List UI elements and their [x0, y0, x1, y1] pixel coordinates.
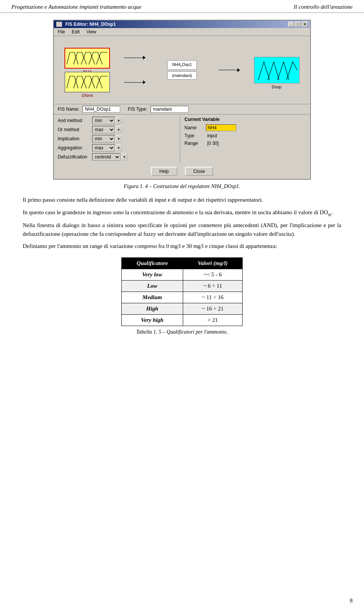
fis-type-label: FIS Type: [128, 107, 147, 112]
page-content: FIS Editor: NH4_DOsp1 _ □ ✕ File Edit Vi… [0, 13, 364, 343]
menu-edit[interactable]: Edit [70, 29, 81, 35]
fis-system-type: (mamdani) [167, 71, 197, 80]
implication-select-group: min ▼ [92, 135, 122, 143]
qualificatori-table: Qualificatore Valori (mg/l) Very low~< 5… [121, 257, 243, 326]
current-name-row: Name NH4 [185, 124, 307, 131]
aggregation-row: Aggregation max ▼ [58, 144, 180, 152]
page-header: Progettazione e Automazione impianti tra… [0, 0, 364, 13]
table-header-qualificatore: Qualificatore [122, 257, 183, 269]
paragraph-4: Definiamo per l'ammonio un range di vari… [23, 242, 341, 251]
fis-window-controls: _ □ ✕ [288, 22, 308, 27]
and-method-dropdown-arrow[interactable]: ▼ [116, 117, 122, 124]
or-method-label: Or method [58, 127, 90, 132]
fis-name-value: NH4_DOsp1 [82, 106, 120, 113]
minimize-button[interactable]: _ [288, 22, 294, 27]
fis-name-label: FIS Name: [58, 107, 79, 112]
table-value-2: ~ 11 ÷ 16 [183, 292, 242, 303]
maximize-button[interactable]: □ [295, 22, 301, 27]
fis-window-icon [56, 22, 62, 27]
or-method-row: Or method max ▼ [58, 126, 180, 133]
paragraph-3: Nella finestra di dialogo in basso a sin… [23, 221, 341, 238]
aggregation-label: Aggregation [58, 145, 90, 151]
table-value-1: ~ 6 ÷ 11 [183, 280, 242, 292]
table-qualifier-2: Medium [122, 292, 183, 303]
fis-top-props: FIS Name: NH4_DOsp1 FIS Type: mamdani [54, 104, 310, 114]
table-value-0: ~< 5 - 6 [183, 269, 242, 280]
defuzzification-dropdown-arrow[interactable]: ▼ [121, 154, 127, 160]
table-value-4: > 21 [183, 314, 242, 326]
table-row-1: Low~ 6 ÷ 11 [122, 280, 243, 292]
defuzzification-row: Defuzzification centroid ▼ [58, 153, 180, 161]
help-button[interactable]: Help [151, 167, 177, 176]
fis-editor-window: FIS Editor: NH4_DOsp1 _ □ ✕ File Edit Vi… [53, 20, 311, 180]
implication-label: Implication [58, 136, 90, 141]
fis-type-item: FIS Type: mamdani [128, 106, 188, 113]
table-qualifier-4: Very high [122, 314, 183, 326]
current-variable-header: Current Variable [185, 117, 307, 122]
table-row-3: High~ 16 ÷ 21 [122, 303, 243, 314]
nh4-membership-functions [67, 51, 108, 65]
close-button[interactable]: ✕ [302, 22, 308, 27]
defuzzification-select[interactable]: centroid [92, 153, 121, 161]
fis-center-name: NH40Osp1 [172, 62, 192, 67]
table-header-valori: Valori (mg/l) [183, 257, 242, 269]
implication-select[interactable]: min [92, 135, 115, 143]
close-fis-button[interactable]: Close [185, 167, 213, 176]
fis-input-dnh4[interactable]: DNH4 [64, 72, 110, 93]
table-row-0: Very low~< 5 - 6 [122, 269, 243, 280]
header-right: Il controllo dell'areazione [294, 4, 353, 10]
table-qualifier-3: High [122, 303, 183, 314]
current-type-label: Type [185, 133, 204, 138]
fis-input-nh4[interactable]: NH4 [64, 48, 110, 69]
fis-bottom-split: And method min ▼ Or method max ▼ [54, 114, 310, 165]
paragraph-2-end: . [331, 209, 333, 215]
fis-menubar: File Edit View [54, 28, 310, 36]
fis-buttons-row: Help Close [54, 165, 310, 179]
table-row-4: Very high> 21 [122, 314, 243, 326]
fis-center-node[interactable]: NH40Osp1 (mamdani) [167, 60, 197, 80]
dosp-membership-functions [256, 59, 297, 82]
defuzzification-select-group: centroid ▼ [92, 153, 127, 161]
or-method-dropdown-arrow[interactable]: ▼ [116, 126, 122, 133]
current-name-label: Name [185, 125, 204, 130]
aggregation-select[interactable]: max [92, 144, 115, 152]
fis-inputs-column: NH4 DNH4 [64, 48, 110, 93]
fis-current-variable-panel: Current Variable Name NH4 Type input Ran… [180, 117, 307, 162]
paragraph-2: In questo caso le grandezze in ingresso … [23, 208, 341, 218]
current-range-value: [0 30] [206, 140, 220, 146]
dosp-output-label: Dosp [254, 85, 299, 89]
fis-output-connector [218, 68, 240, 72]
and-method-row: And method min ▼ [58, 117, 180, 124]
implication-row: Implication min ▼ [58, 135, 180, 143]
and-method-select[interactable]: min [92, 117, 115, 124]
current-range-label: Range [185, 141, 204, 146]
fis-methods-panel: And method min ▼ Or method max ▼ [58, 117, 180, 162]
aggregation-select-group: max ▼ [92, 144, 122, 152]
fis-titlebar: FIS Editor: NH4_DOsp1 _ □ ✕ [54, 20, 310, 28]
table-row-2: Medium~ 11 ÷ 16 [122, 292, 243, 303]
header-left: Progettazione e Automazione impianti tra… [11, 4, 141, 10]
implication-dropdown-arrow[interactable]: ▼ [116, 135, 122, 142]
fis-type-value: mamdani [151, 106, 188, 113]
fis-window-title: FIS Editor: NH4_DOsp1 [65, 22, 116, 27]
aggregation-dropdown-arrow[interactable]: ▼ [116, 144, 122, 151]
defuzzification-label: Defuzzification [58, 154, 90, 160]
current-type-value: input [206, 133, 219, 139]
paragraph-1: Il primo passo consiste nella definizion… [23, 196, 341, 204]
and-method-label: And method [58, 118, 90, 123]
table-value-3: ~ 16 ÷ 21 [183, 303, 242, 314]
table-caption: Tabella 1. 5 – Qualificatori per l'ammon… [23, 329, 341, 335]
fis-output-dosp[interactable]: Dosp [254, 57, 300, 83]
paragraph-2-text: In questo caso le grandezze in ingresso … [23, 209, 328, 215]
fis-input-connectors [124, 45, 146, 95]
or-method-select-group: max ▼ [92, 126, 122, 133]
current-type-row: Type input [185, 133, 307, 139]
menu-file[interactable]: File [56, 29, 66, 35]
figure-caption: Figura 1. 4 – Costruzione del regolatore… [23, 183, 341, 190]
menu-view[interactable]: View [85, 29, 98, 35]
current-name-value: NH4 [206, 124, 236, 131]
fis-diagram: NH4 DNH4 [54, 36, 310, 104]
and-method-select-group: min ▼ [92, 117, 122, 124]
or-method-select[interactable]: max [92, 126, 115, 133]
fis-system-name: NH40Osp1 [167, 60, 197, 70]
